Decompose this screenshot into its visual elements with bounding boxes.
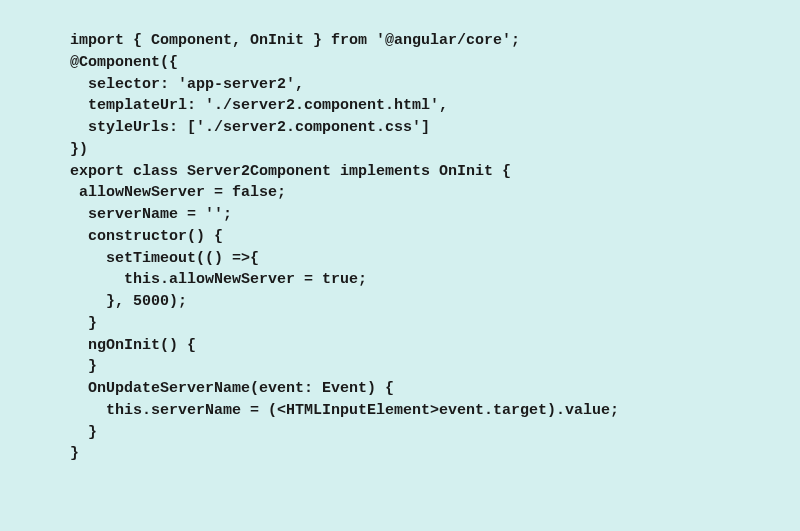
code-line: selector: 'app-server2', <box>70 74 800 96</box>
code-line: }, 5000); <box>70 291 800 313</box>
code-line: OnUpdateServerName(event: Event) { <box>70 378 800 400</box>
code-line: styleUrls: ['./server2.component.css'] <box>70 117 800 139</box>
code-block: import { Component, OnInit } from '@angu… <box>70 30 800 465</box>
code-line: ngOnInit() { <box>70 335 800 357</box>
code-line: templateUrl: './server2.component.html', <box>70 95 800 117</box>
code-line: import { Component, OnInit } from '@angu… <box>70 30 800 52</box>
code-line: allowNewServer = false; <box>70 182 800 204</box>
code-line: this.serverName = (<HTMLInputElement>eve… <box>70 400 800 422</box>
code-line: constructor() { <box>70 226 800 248</box>
code-line: setTimeout(() =>{ <box>70 248 800 270</box>
code-line: serverName = ''; <box>70 204 800 226</box>
code-line: this.allowNewServer = true; <box>70 269 800 291</box>
code-line: } <box>70 443 800 465</box>
code-line: @Component({ <box>70 52 800 74</box>
code-line: } <box>70 422 800 444</box>
code-line: } <box>70 313 800 335</box>
code-line: }) <box>70 139 800 161</box>
code-line: export class Server2Component implements… <box>70 161 800 183</box>
code-line: } <box>70 356 800 378</box>
